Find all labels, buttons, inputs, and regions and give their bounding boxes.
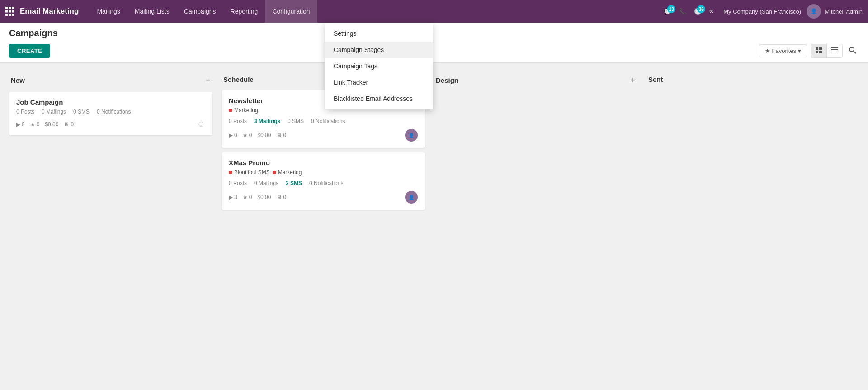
dropdown-item-settings[interactable]: Settings xyxy=(325,25,433,42)
dropdown-item-blacklisted-emails[interactable]: Blacklisted Email Addresses xyxy=(325,90,433,107)
dropdown-item-campaign-stages[interactable]: Campaign Stages xyxy=(325,42,433,58)
configuration-dropdown: Settings Campaign Stages Campaign Tags L… xyxy=(325,23,433,109)
dropdown-item-link-tracker[interactable]: Link Tracker xyxy=(325,74,433,90)
dropdown-item-campaign-tags[interactable]: Campaign Tags xyxy=(325,58,433,74)
dropdown-overlay[interactable] xyxy=(0,0,868,390)
